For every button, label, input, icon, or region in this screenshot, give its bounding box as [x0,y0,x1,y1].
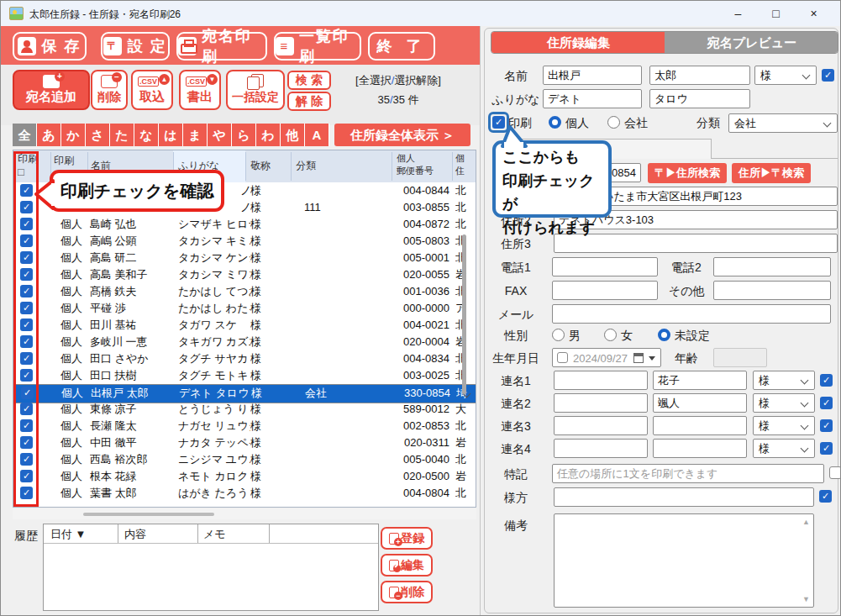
history-table[interactable]: 日付 ▼ 内容 メモ [43,524,379,611]
radio-female[interactable] [604,329,617,341]
clear-selection-button[interactable]: 解 除 [287,92,331,111]
col-postal-1[interactable]: 個人 [397,152,415,165]
renmei4-last-input[interactable] [554,439,648,458]
list-print-button[interactable]: ≡ 一覧印刷 [274,32,361,61]
index-tab-た[interactable]: た [110,124,134,146]
index-tab-わ[interactable]: わ [256,124,281,146]
horizontal-scrollbar[interactable] [13,508,476,519]
table-row[interactable]: 個人根本 花緑ネモト カロク様岩020-0500 [13,468,476,485]
name-print-checkbox[interactable] [822,69,834,82]
add-entry-button[interactable]: + 宛名追加 [13,70,90,110]
index-tab-や[interactable]: や [208,124,232,146]
renmei3-first-input[interactable] [653,416,747,435]
category-select[interactable]: 会社 [728,113,838,133]
table-row[interactable]: 個人西島 裕次郎ニシジマ ユウ…様北005-0040 [13,451,476,468]
table-row[interactable]: 個人高島 美和子タカシマ ミワコ様岩020-0055 [13,266,476,283]
renmei4-honorific-select[interactable]: 様 [753,439,815,458]
history-edit-button[interactable]: 編集 [381,554,433,577]
birthday-checkbox[interactable] [557,352,568,363]
index-tab-さ[interactable]: さ [86,124,110,146]
scroll-down-icon[interactable]: ▼ [802,595,810,603]
selection-hint[interactable]: [全選択/選択解除] [337,73,460,88]
renmei2-checkbox[interactable] [820,397,833,409]
index-tab-は[interactable]: は [159,124,183,146]
other-input[interactable] [713,281,831,300]
index-tab-他[interactable]: 他 [281,124,305,146]
col-category[interactable]: 分類 [296,159,316,173]
name-last-input[interactable]: 出根戸 [543,66,642,85]
tokki-checkbox[interactable] [829,466,841,479]
table-row[interactable]: 個人平碰 渉たかはし わたる様ア000-0000 [13,300,476,317]
renmei4-first-input[interactable] [653,439,747,458]
index-tab-ら[interactable]: ら [232,124,256,146]
renmei3-checkbox[interactable] [820,419,833,432]
address-to-postal-button[interactable]: 住所▶〒検索 [732,163,811,183]
settings-button[interactable]: 〒 設 定 [101,32,170,61]
index-tab-な[interactable]: な [134,124,159,146]
index-tab-A[interactable]: A [305,124,329,146]
samagata-input[interactable] [554,487,814,507]
close-button[interactable]: × [795,1,833,26]
delete-entry-button[interactable]: − 削除 [91,70,128,110]
renmei2-first-input[interactable]: 颯人 [653,393,747,413]
table-row[interactable]: 個人高島 研二タカシマ ケンジ様北005-0001 [13,250,476,266]
radio-company[interactable] [607,116,620,129]
renmei2-last-input[interactable] [554,393,648,413]
history-col-content[interactable]: 内容 [124,527,146,542]
atena-print-button[interactable]: 宛名印刷 [176,32,267,61]
tel1-input[interactable] [552,257,658,276]
tab-address-edit[interactable]: 住所録編集 [491,32,665,54]
col-honorific[interactable]: 敬称 [250,159,271,173]
renmei3-last-input[interactable] [554,416,648,435]
csv-export-button[interactable]: .CSV ▼ 書出 [179,70,221,110]
history-add-button[interactable]: +登録 [381,527,433,550]
tel2-input[interactable] [713,257,831,276]
table-row[interactable]: 個人中田 徹平ナカタ テッペイ様岩020-0311 [13,434,476,451]
scroll-up-icon[interactable]: ▲ [802,518,810,526]
radio-gender-unset[interactable] [658,329,670,341]
table-row[interactable]: 個人東條 凉子とうじょう りょうこ様大589-0012 [13,401,476,418]
birthday-datepicker[interactable]: 2024/09/27 [552,348,661,367]
table-row[interactable]: 個人葉書 太郎はがき たろう様北004-0804 [13,485,476,502]
batch-settings-button[interactable]: 一括設定 [226,70,285,110]
biko-textarea[interactable]: ▲ ▼ [554,513,814,608]
table-row[interactable]: 個人田口 扶樹タグチ モトキ様北003-0025 [13,367,476,384]
minimize-button[interactable]: – [719,1,757,26]
history-del-button[interactable]: −削除 [381,581,433,603]
history-col-date[interactable]: 日付 ▼ [50,527,86,542]
mail-input[interactable] [552,304,831,324]
renmei1-checkbox[interactable] [820,374,833,387]
table-row[interactable]: 個人島崎 弘也シマザキ ヒロヤ様北004-0872 [13,216,476,233]
renmei1-honorific-select[interactable]: 様 [753,371,815,390]
table-row[interactable]: 個人高嶋 公顕タカシマ キミ…様北005-0803 [13,233,476,250]
vertical-scrollbar[interactable] [462,234,466,394]
name-honorific-select[interactable]: 様 [754,66,817,85]
history-col-memo[interactable]: メモ [203,527,226,542]
renmei4-checkbox[interactable] [820,442,833,455]
name-first-input[interactable]: 太郎 [649,66,750,85]
exit-button[interactable]: 終 了 [368,32,435,61]
save-button[interactable]: 保 存 [13,32,87,61]
radio-male[interactable] [552,329,565,341]
index-tab-あ[interactable]: あ [37,124,61,146]
tokki-input[interactable]: 任意の場所に1文を印刷できます [552,464,824,483]
table-row[interactable]: 個人田口 さやかタグチ サヤカ様北004-0834 [13,350,476,367]
table-row[interactable]: 個人多岐川 一恵タキガワ カズエ様岩020-0004 [13,334,476,350]
search-button[interactable]: 検 索 [287,71,331,90]
col-address-1[interactable]: 個 [455,152,465,165]
kana-first-input[interactable]: タロウ [649,89,750,108]
postal-to-address-button[interactable]: 〒▶住所検索 [648,163,727,183]
samagata-checkbox[interactable] [819,490,832,503]
csv-import-button[interactable]: .CSV ▲ 取込 [131,70,173,110]
renmei3-honorific-select[interactable]: 様 [753,416,815,435]
maximize-button[interactable]: □ [757,1,795,26]
index-tab-か[interactable]: か [61,124,86,146]
table-row[interactable]: 個人髙橋 鉄夫たかはし てつお様北001-0036 [13,283,476,300]
show-all-button[interactable]: 住所録全体表示 ＞ [334,124,470,146]
renmei1-last-input[interactable] [554,371,648,390]
tab-atena-preview[interactable]: 宛名プレビュー [665,32,838,54]
col-print-type[interactable]: 印刷 [54,154,74,168]
table-row[interactable]: 個人長瀬 隆太ナガセ リュウタ様北002-0853 [13,418,476,434]
renmei2-honorific-select[interactable]: 様 [753,393,815,413]
fax-input[interactable] [552,281,658,300]
